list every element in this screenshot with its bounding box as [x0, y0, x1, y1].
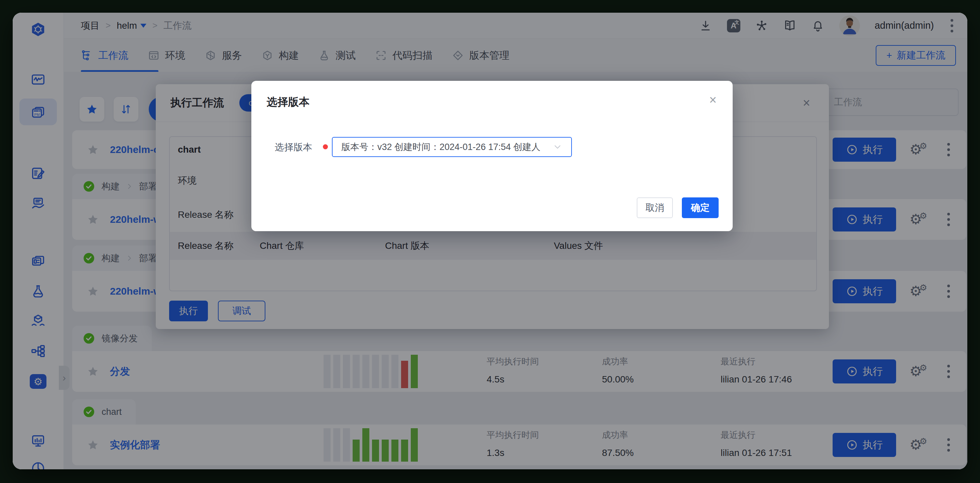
version-field-label: 选择版本 — [275, 141, 312, 154]
required-dot-icon — [323, 144, 328, 149]
version-select[interactable]: 版本号：v32 创建时间：2024-01-26 17:54 创建人 — [332, 137, 572, 157]
select-version-modal: 选择版本 × 选择版本 版本号：v32 创建时间：2024-01-26 17:5… — [251, 81, 733, 231]
cancel-button[interactable]: 取消 — [637, 197, 673, 218]
modal-close-icon[interactable]: × — [709, 94, 717, 106]
confirm-button[interactable]: 确定 — [682, 197, 719, 218]
app-window: PM ⚙ › — [13, 13, 967, 469]
chevron-down-icon — [552, 142, 563, 152]
modal-title: 选择版本 — [267, 95, 310, 110]
version-select-value: 版本号：v32 创建时间：2024-01-26 17:54 创建人 — [341, 141, 541, 153]
